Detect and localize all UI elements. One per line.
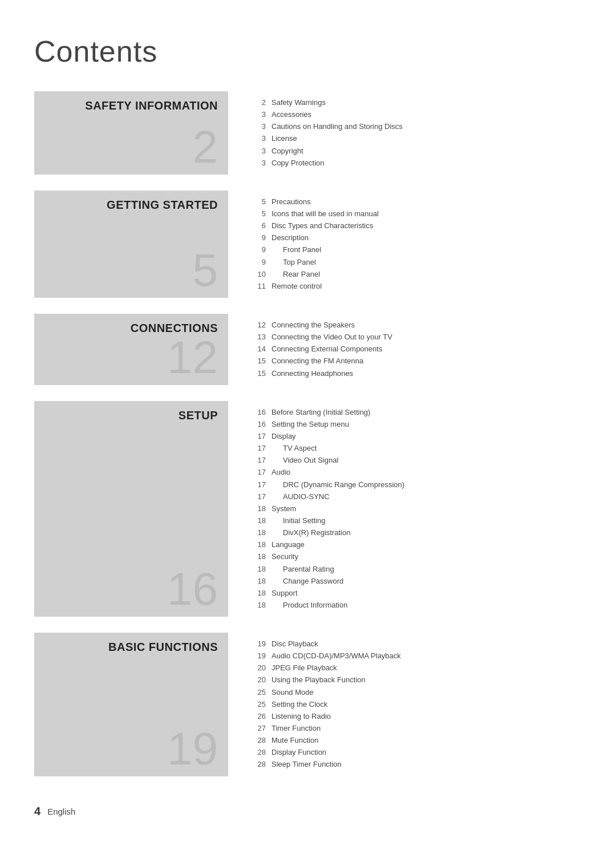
item-page-number: 13 xyxy=(251,331,271,343)
section-row-getting-started: GETTING STARTED55Precautions5Icons that … xyxy=(34,191,582,298)
list-item: 12Connecting the Speakers xyxy=(251,319,582,331)
list-item: 27Timer Function xyxy=(251,723,582,734)
item-label: Precautions xyxy=(271,196,311,208)
item-label: Safety Warnings xyxy=(271,97,326,108)
section-row-setup: SETUP1616Before Starting (Initial Settin… xyxy=(34,401,582,617)
item-label: Parental Rating xyxy=(271,564,334,575)
item-page-number: 6 xyxy=(251,220,271,232)
list-item: 2Safety Warnings xyxy=(251,97,582,108)
list-item: 18Change Password xyxy=(251,576,582,587)
item-page-number: 3 xyxy=(251,133,271,144)
list-item: 20JPEG File Playback xyxy=(251,662,582,674)
item-label: Disc Playback xyxy=(271,638,318,650)
item-label: Support xyxy=(271,588,298,599)
list-item: 14Connecting External Components xyxy=(251,343,582,355)
item-page-number: 28 xyxy=(251,735,271,746)
list-item: 17AUDIO-SYNC xyxy=(251,491,582,503)
item-label: Timer Function xyxy=(271,723,321,734)
section-row-safety: SAFETY INFORMATION22Safety Warnings3Acce… xyxy=(34,91,582,175)
item-page-number: 28 xyxy=(251,759,271,770)
item-page-number: 18 xyxy=(251,600,271,611)
item-label: Accessories xyxy=(271,109,311,120)
item-page-number: 11 xyxy=(251,281,271,292)
item-label: System xyxy=(271,503,296,515)
item-label: Listening to Radio xyxy=(271,711,331,722)
item-page-number: 15 xyxy=(251,355,271,367)
list-item: 9Top Panel xyxy=(251,257,582,268)
item-page-number: 18 xyxy=(251,527,271,539)
list-item: 9Description xyxy=(251,232,582,244)
footer: 4 English xyxy=(34,805,582,818)
item-label: Connecting the Video Out to your TV xyxy=(271,331,392,343)
section-title-getting-started: GETTING STARTED xyxy=(107,199,218,212)
list-item: 19Disc Playback xyxy=(251,638,582,650)
item-label: Sound Mode xyxy=(271,687,314,698)
item-label: DRC (Dynamic Range Compression) xyxy=(271,479,404,491)
section-box-basic-functions: BASIC FUNCTIONS19 xyxy=(34,633,228,776)
list-item: 16Before Starting (Initial Setting) xyxy=(251,407,582,418)
item-label: Disc Types and Characteristics xyxy=(271,220,373,232)
item-page-number: 16 xyxy=(251,419,271,430)
section-title-setup: SETUP xyxy=(179,409,218,422)
item-page-number: 19 xyxy=(251,638,271,650)
item-label: Display xyxy=(271,431,296,442)
list-item: 18Initial Setting xyxy=(251,515,582,527)
item-page-number: 17 xyxy=(251,431,271,442)
item-label: Description xyxy=(271,232,309,244)
list-item: 18DivX(R) Registration xyxy=(251,527,582,539)
list-item: 18System xyxy=(251,503,582,515)
list-item: 13Connecting the Video Out to your TV xyxy=(251,331,582,343)
item-label: Connecting the Speakers xyxy=(271,319,355,331)
item-page-number: 18 xyxy=(251,515,271,527)
contents-grid: SAFETY INFORMATION22Safety Warnings3Acce… xyxy=(34,91,582,776)
item-page-number: 17 xyxy=(251,467,271,478)
item-page-number: 2 xyxy=(251,97,271,108)
item-label: Icons that will be used in manual xyxy=(271,208,379,220)
list-item: 15Connecting Headphones xyxy=(251,368,582,379)
item-page-number: 5 xyxy=(251,196,271,208)
item-page-number: 18 xyxy=(251,539,271,550)
section-items-connections: 12Connecting the Speakers13Connecting th… xyxy=(228,314,582,385)
list-item: 18Parental Rating xyxy=(251,564,582,575)
list-item: 3Copyright xyxy=(251,145,582,157)
item-label: Product Information xyxy=(271,600,347,611)
item-page-number: 19 xyxy=(251,650,271,662)
item-page-number: 26 xyxy=(251,711,271,722)
list-item: 5Icons that will be used in manual xyxy=(251,208,582,220)
item-label: DivX(R) Registration xyxy=(271,527,350,539)
list-item: 28Display Function xyxy=(251,747,582,758)
item-label: Security xyxy=(271,551,298,562)
section-row-connections: CONNECTIONS1212Connecting the Speakers13… xyxy=(34,314,582,385)
section-box-connections: CONNECTIONS12 xyxy=(34,314,228,385)
item-label: AUDIO-SYNC xyxy=(271,491,330,503)
list-item: 17DRC (Dynamic Range Compression) xyxy=(251,479,582,491)
list-item: 16Setting the Setup menu xyxy=(251,419,582,430)
item-page-number: 9 xyxy=(251,244,271,256)
item-label: Remote control xyxy=(271,281,322,292)
item-label: Rear Panel xyxy=(271,269,320,280)
list-item: 6Disc Types and Characteristics xyxy=(251,220,582,232)
list-item: 18Support xyxy=(251,588,582,599)
item-label: TV Aspect xyxy=(271,443,317,454)
list-item: 25Setting the Clock xyxy=(251,699,582,710)
section-title-safety: SAFETY INFORMATION xyxy=(85,99,218,112)
item-page-number: 9 xyxy=(251,232,271,244)
list-item: 19Audio CD(CD-DA)/MP3/WMA Playback xyxy=(251,650,582,662)
page-title: Contents xyxy=(34,34,582,68)
item-label: Language xyxy=(271,539,305,550)
item-label: Audio xyxy=(271,467,290,478)
item-label: Copyright xyxy=(271,145,303,157)
section-number-safety: 2 xyxy=(193,124,218,170)
section-items-setup: 16Before Starting (Initial Setting)16Set… xyxy=(228,401,582,617)
item-label: Connecting the FM Antenna xyxy=(271,355,363,367)
list-item: 28Sleep Timer Function xyxy=(251,759,582,770)
item-page-number: 18 xyxy=(251,576,271,587)
item-label: Display Function xyxy=(271,747,326,758)
item-page-number: 3 xyxy=(251,109,271,120)
item-label: Change Password xyxy=(271,576,343,587)
list-item: 18Product Information xyxy=(251,600,582,611)
item-page-number: 5 xyxy=(251,208,271,220)
item-page-number: 16 xyxy=(251,407,271,418)
footer-language: English xyxy=(47,807,75,816)
list-item: 15Connecting the FM Antenna xyxy=(251,355,582,367)
